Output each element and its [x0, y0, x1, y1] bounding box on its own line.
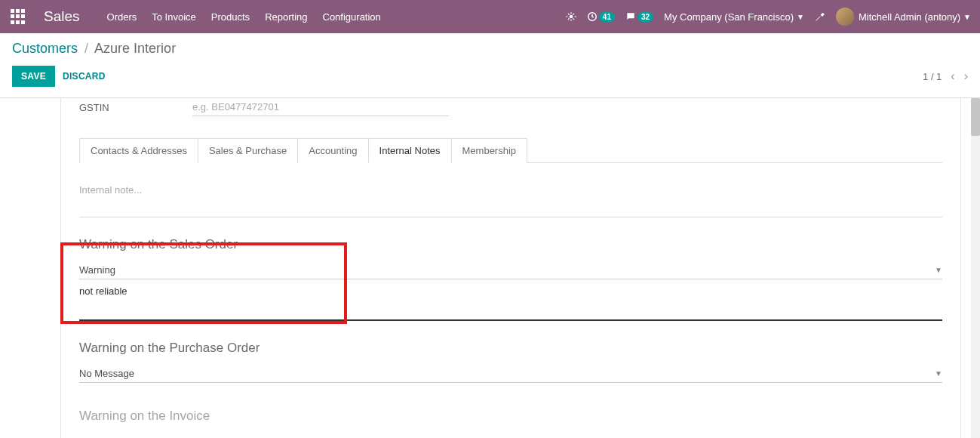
apps-icon[interactable]	[9, 8, 27, 26]
chevron-down-icon: ▼	[935, 266, 942, 274]
debug-icon[interactable]	[566, 11, 576, 22]
company-selector[interactable]: My Company (San Francisco) ▼	[664, 11, 804, 23]
menu-to-invoice[interactable]: To Invoice	[152, 11, 196, 23]
tab-sales-purchase[interactable]: Sales & Purchase	[198, 138, 298, 163]
gstin-label: GSTIN	[79, 102, 192, 113]
svg-point-0	[570, 15, 573, 19]
tab-internal-notes[interactable]: Internal Notes	[368, 138, 452, 163]
scrollbar-track[interactable]	[971, 98, 980, 438]
menu-orders[interactable]: Orders	[107, 11, 137, 23]
section-purchase-warning: Warning on the Purchase Order No Message…	[79, 341, 942, 383]
purchase-warning-select[interactable]: No Message ▼	[79, 365, 942, 383]
tab-contacts-addresses[interactable]: Contacts & Addresses	[79, 138, 198, 163]
sales-warning-select[interactable]: Warning ▼	[79, 261, 942, 279]
app-brand[interactable]: Sales	[44, 8, 80, 25]
pager-text: 1 / 1	[923, 71, 942, 82]
tabs: Contacts & Addresses Sales & Purchase Ac…	[79, 137, 942, 163]
gstin-field-row: GSTIN	[79, 98, 942, 116]
caret-down-icon: ▼	[963, 13, 971, 21]
control-bar: Customers / Azure Interior SAVE DISCARD …	[0, 33, 980, 90]
activities-icon[interactable]: 41	[587, 11, 615, 22]
tab-membership[interactable]: Membership	[451, 138, 528, 163]
top-navbar: Sales Orders To Invoice Products Reporti…	[0, 0, 980, 33]
purchase-warning-select-value: No Message	[79, 368, 134, 379]
company-name: My Company (San Francisco)	[664, 11, 794, 23]
section-sales-warning: Warning on the Sales Order Warning ▼ not…	[79, 237, 942, 321]
tab-accounting[interactable]: Accounting	[297, 138, 368, 163]
messages-icon[interactable]: 32	[625, 11, 653, 22]
gstin-input[interactable]	[192, 98, 449, 116]
user-avatar[interactable]	[836, 8, 854, 26]
pager-prev-icon[interactable]: ‹	[951, 69, 954, 83]
menu-configuration[interactable]: Configuration	[323, 11, 381, 23]
breadcrumb-separator: /	[84, 41, 88, 56]
breadcrumb-current: Azure Interior	[94, 41, 176, 56]
form-sheet: GSTIN Contacts & Addresses Sales & Purch…	[60, 98, 961, 438]
caret-down-icon: ▼	[797, 13, 804, 21]
breadcrumb: Customers / Azure Interior	[12, 41, 968, 57]
pager: 1 / 1 ‹ ›	[923, 69, 968, 83]
scrollbar-thumb[interactable]	[971, 98, 980, 136]
user-menu[interactable]: Mitchell Admin (antony) ▼	[859, 11, 971, 23]
save-button[interactable]: SAVE	[12, 66, 55, 87]
chevron-down-icon: ▼	[935, 369, 942, 378]
menu-reporting[interactable]: Reporting	[265, 11, 307, 23]
invoice-warning-title: Warning on the Invoice	[79, 409, 942, 424]
section-invoice-warning: Warning on the Invoice	[79, 409, 942, 424]
pager-next-icon[interactable]: ›	[964, 69, 968, 83]
menu-products[interactable]: Products	[211, 11, 250, 23]
purchase-warning-title: Warning on the Purchase Order	[79, 341, 942, 356]
settings-icon[interactable]	[815, 11, 825, 22]
discard-button[interactable]: DISCARD	[63, 71, 106, 82]
breadcrumb-root[interactable]: Customers	[12, 41, 78, 56]
internal-note-textarea[interactable]: Internal note...	[79, 163, 942, 217]
sales-warning-text-input[interactable]: not reliable	[79, 279, 942, 321]
sales-warning-select-value: Warning	[79, 264, 115, 276]
sales-warning-title: Warning on the Sales Order	[79, 237, 942, 252]
user-name: Mitchell Admin (antony)	[859, 11, 960, 23]
form-scroll-area: GSTIN Contacts & Addresses Sales & Purch…	[0, 98, 980, 438]
activities-badge: 41	[599, 12, 615, 22]
messages-badge: 32	[637, 12, 653, 22]
